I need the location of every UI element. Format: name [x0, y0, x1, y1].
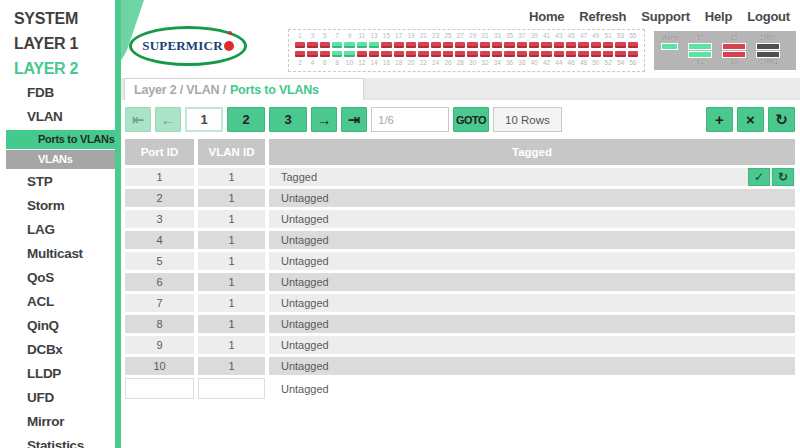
port-10-status — [344, 51, 354, 57]
sidebar-item-lag[interactable]: LAG — [0, 218, 115, 242]
prev-page-button[interactable]: ← — [155, 107, 181, 132]
port-28-status — [455, 51, 465, 57]
page-button-3[interactable]: 3 — [269, 107, 307, 132]
new-port-id-input[interactable] — [125, 378, 194, 399]
sidebar-item-dcbx[interactable]: DCBx — [0, 338, 115, 362]
port-11-status — [357, 42, 367, 48]
sidebar-item-vlan[interactable]: VLAN — [0, 105, 115, 129]
page-button-2[interactable]: 2 — [227, 107, 265, 132]
table-row-4[interactable]: 41Untagged — [125, 231, 795, 249]
sidebar-item-layer-2[interactable]: LAYER 2 — [0, 56, 115, 81]
port-number-4: 4 — [307, 59, 317, 67]
tagged-value: Untagged — [281, 192, 329, 204]
port-48-status — [578, 51, 588, 57]
port-51-status — [603, 42, 613, 48]
delete-button[interactable]: × — [737, 107, 764, 132]
cell-port-id: 10 — [125, 357, 194, 375]
next-page-button[interactable]: → — [311, 107, 337, 132]
port-50-status — [591, 51, 601, 57]
port-34-status — [492, 51, 502, 57]
port-3-status — [307, 42, 317, 48]
topnav-support[interactable]: Support — [641, 9, 689, 24]
table-row-1[interactable]: 11Tagged✓↻ — [125, 168, 795, 186]
refresh-row-button[interactable]: ↻ — [772, 168, 794, 186]
cell-tagged: Untagged — [269, 210, 795, 228]
sidebar-item-stp[interactable]: STP — [0, 170, 115, 194]
cell-tagged: Untagged — [269, 357, 795, 375]
port-number-56: 56 — [628, 59, 638, 67]
port-number-6: 6 — [320, 59, 330, 67]
table-row-7[interactable]: 71Untagged — [125, 294, 795, 312]
port-2-status — [295, 51, 305, 57]
sidebar-item-lldp[interactable]: LLDP — [0, 362, 115, 386]
port-41-status — [541, 42, 551, 48]
port-6-status — [320, 51, 330, 57]
first-page-icon: ⇤ — [132, 111, 145, 129]
port-number-20: 20 — [406, 59, 416, 67]
sidebar-item-ufd[interactable]: UFD — [0, 386, 115, 410]
uplink-group-cmm0: CMM0CMM1 — [756, 34, 780, 66]
table-row-8[interactable]: 81Untagged — [125, 315, 795, 333]
sidebar-item-statistics[interactable]: Statistics — [0, 434, 115, 448]
page-button-1[interactable]: 1 — [185, 107, 223, 132]
table-row-5[interactable]: 51Untagged — [125, 252, 795, 270]
mgmt-port-status — [661, 43, 678, 50]
header-row: SUPERMICR 135791113151719212325272931333… — [121, 26, 800, 78]
new-vlan-id-input[interactable] — [198, 378, 265, 399]
sidebar-item-acl[interactable]: ACL — [0, 290, 115, 314]
topnav-refresh[interactable]: Refresh — [579, 9, 626, 24]
confirm-row-button[interactable]: ✓ — [748, 168, 770, 186]
cell-port-id: 4 — [125, 231, 194, 249]
last-page-button[interactable]: ⇥ — [341, 107, 367, 132]
ribbon-decoration — [121, 0, 147, 62]
add-button[interactable]: + — [706, 107, 733, 132]
new-tagged-select[interactable]: Untagged — [269, 378, 795, 399]
table-row-10[interactable]: 101Untagged — [125, 357, 795, 375]
tagged-value: Untagged — [281, 339, 329, 351]
tagged-value: Untagged — [281, 297, 329, 309]
uplink-port-cmm0-status — [756, 43, 780, 50]
port-12-status — [357, 51, 367, 57]
column-header-tagged: Tagged — [269, 139, 795, 165]
table-row-6[interactable]: 61Untagged — [125, 273, 795, 291]
sidebar-item-storm[interactable]: Storm — [0, 194, 115, 218]
port-number-25: 25 — [443, 32, 453, 40]
rows-per-page-select[interactable]: 10 Rows — [493, 107, 562, 132]
table-row-2[interactable]: 21Untagged — [125, 189, 795, 207]
sidebar-item-multicast[interactable]: Multicast — [0, 242, 115, 266]
sidebar-item-vlans[interactable]: VLANs — [6, 150, 115, 169]
goto-button[interactable]: GOTO — [453, 107, 489, 132]
cell-vlan-id: 1 — [198, 168, 265, 186]
breadcrumb: Layer 2 / VLAN / — [134, 83, 226, 97]
table-row-9[interactable]: 91Untagged — [125, 336, 795, 354]
tab-ports-to-vlans[interactable]: Layer 2 / VLAN / Ports to VLANs — [124, 78, 364, 100]
topnav: HomeRefreshSupportHelpLogout — [121, 0, 800, 26]
sidebar-item-qinq[interactable]: QinQ — [0, 314, 115, 338]
port-number-49: 49 — [591, 32, 601, 40]
port-number-51: 51 — [603, 32, 613, 40]
port-20-status — [406, 51, 416, 57]
port-17-status — [394, 42, 404, 48]
uplink-port-65-status — [722, 43, 746, 50]
sidebar-item-layer-1[interactable]: LAYER 1 — [0, 31, 115, 56]
table-row-3[interactable]: 31Untagged — [125, 210, 795, 228]
port-number-30: 30 — [467, 59, 477, 67]
topnav-logout[interactable]: Logout — [747, 9, 790, 24]
uplink-port-57-status — [688, 43, 712, 50]
topnav-help[interactable]: Help — [705, 9, 732, 24]
sidebar-item-ports-to-vlans[interactable]: Ports to VLANs — [6, 130, 115, 149]
cell-port-id: 2 — [125, 189, 194, 207]
sidebar-item-mirror[interactable]: Mirror — [0, 410, 115, 434]
sidebar-item-qos[interactable]: QoS — [0, 266, 115, 290]
page-number-input[interactable] — [371, 107, 449, 132]
goto-label: GOTO — [456, 114, 486, 126]
cell-vlan-id: 1 — [198, 294, 265, 312]
port-number-54: 54 — [615, 59, 625, 67]
table-new-row[interactable]: Untagged — [125, 378, 795, 399]
content: ⇤ ← 123 → ⇥ GOTO 10 Rows + × ↻ Port IDVL… — [121, 100, 800, 399]
refresh-button[interactable]: ↻ — [768, 107, 795, 132]
sidebar-item-system[interactable]: SYSTEM — [0, 6, 115, 31]
first-page-button[interactable]: ⇤ — [125, 107, 151, 132]
sidebar-item-fdb[interactable]: FDB — [0, 81, 115, 105]
topnav-home[interactable]: Home — [529, 9, 564, 24]
